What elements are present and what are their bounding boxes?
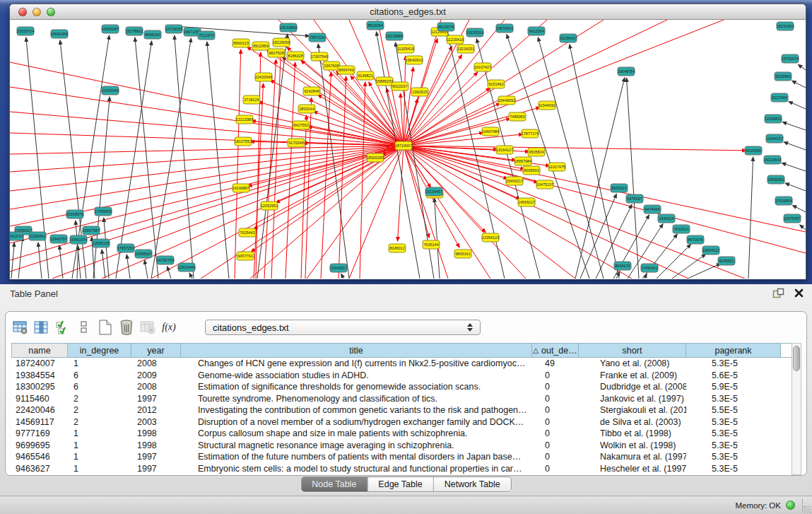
column-header-in_degree[interactable]: in_degree — [68, 344, 131, 357]
graph-node[interactable]: 11156862 — [29, 232, 46, 240]
graph-node[interactable]: 10958167 — [135, 250, 152, 258]
graph-node[interactable]: 15451974 — [70, 235, 87, 244]
table-row[interactable]: 946362711997Embryonic stem cells: a mode… — [11, 463, 792, 475]
function-builder-button[interactable]: f(x) — [160, 318, 178, 337]
graph-node[interactable]: 18226058 — [273, 38, 290, 47]
table-row[interactable]: 946554611997Estimation of the future num… — [11, 451, 792, 463]
graph-node[interactable]: 9505824 — [528, 148, 545, 156]
graph-node[interactable]: 7512374 — [198, 31, 215, 40]
graph-node[interactable]: 18724007 — [395, 141, 412, 150]
graph-node[interactable]: 10832641 — [496, 24, 513, 33]
graph-node[interactable]: 20691406 — [51, 30, 68, 38]
graph-node[interactable]: 17307546 — [311, 52, 328, 61]
column-header-out_degree[interactable]: △out_de… — [532, 344, 579, 357]
graph-node[interactable]: 15493217 — [506, 177, 523, 185]
column-header-title[interactable]: title — [181, 344, 532, 357]
graph-node[interactable]: 9151462 — [488, 80, 505, 88]
graph-node[interactable]: 20206576 — [66, 210, 83, 218]
table-selector-dropdown[interactable]: citations_edges.txt — [205, 320, 481, 335]
graph-node[interactable]: 16210643 — [764, 156, 781, 164]
window-titlebar[interactable]: citations_edges.txt — [10, 4, 806, 20]
table-row[interactable]: 1938455462009Genome-wide association stu… — [11, 370, 792, 382]
graph-node[interactable]: 18300295 — [367, 153, 384, 162]
graph-node[interactable]: 15640910 — [406, 56, 423, 64]
tab-node-table[interactable]: Node Table — [301, 477, 367, 491]
graph-node[interactable]: 7632621 — [673, 225, 690, 233]
graph-node[interactable]: 16033809 — [280, 23, 297, 32]
graph-node[interactable]: 9827508 — [268, 49, 285, 57]
graph-node[interactable]: 8245012 — [389, 244, 406, 252]
graph-node[interactable]: 10654112 — [702, 246, 719, 255]
graph-node[interactable]: 19155314 — [466, 28, 483, 37]
graph-node[interactable]: 10475137 — [536, 180, 553, 189]
graph-node[interactable]: 7485083 — [509, 112, 526, 121]
table-scrollbar-thumb[interactable] — [793, 346, 800, 371]
close-panel-icon[interactable] — [794, 288, 804, 298]
graph-node[interactable]: 12505135 — [93, 239, 110, 247]
graph-node[interactable]: 2935114 — [658, 214, 675, 223]
graph-node[interactable]: 8466160 — [144, 30, 161, 39]
graph-node[interactable]: 10342517 — [330, 264, 347, 272]
graph-node[interactable]: 19218986 — [386, 32, 403, 40]
table-scrollbar[interactable] — [792, 343, 801, 475]
graph-node[interactable]: 8454749 — [338, 66, 355, 74]
graph-node[interactable]: 11325419 — [397, 45, 414, 53]
graph-node[interactable]: 10467489 — [482, 127, 499, 136]
graph-node[interactable]: 8471676 — [687, 235, 704, 244]
column-header-short[interactable]: short — [579, 344, 686, 357]
graph-node[interactable]: 17450412 — [641, 264, 658, 272]
table-settings-button[interactable] — [11, 318, 30, 337]
graph-node[interactable]: 8215958 — [745, 146, 762, 155]
graph-node[interactable]: 10653287 — [102, 25, 119, 33]
graph-node[interactable]: 14569117 — [518, 198, 535, 206]
table-row[interactable]: 977716911998Corpus callosum shape and si… — [11, 428, 792, 440]
tab-edge-table[interactable]: Edge Table — [367, 477, 433, 491]
graph-node[interactable]: 12052951 — [261, 201, 278, 210]
graph-node[interactable]: 20553724 — [17, 27, 34, 35]
graph-node[interactable]: 18957984 — [514, 157, 531, 165]
graph-node[interactable]: 9457791 — [237, 252, 254, 260]
graph-node[interactable]: 9170048 — [288, 139, 305, 147]
table-row[interactable]: 911546021997Tourette syndrome. Phenomeno… — [11, 393, 792, 405]
graph-node[interactable]: 2803144 — [298, 105, 315, 113]
graph-node[interactable]: 12354123 — [482, 233, 499, 242]
graph-node[interactable]: 7625442 — [239, 228, 256, 237]
graph-node[interactable]: 16648784 — [618, 67, 635, 76]
graph-node[interactable]: 15449092 — [498, 96, 515, 105]
graph-node[interactable]: 18107553 — [235, 137, 252, 146]
graph-node[interactable]: 1362615 — [411, 88, 428, 96]
graph-node[interactable]: 15751074 — [782, 54, 799, 63]
graph-node[interactable]: 9805161 — [454, 250, 471, 258]
graph-node[interactable]: 10997587 — [83, 226, 100, 235]
graph-node[interactable]: 8427552 — [293, 121, 310, 129]
graph-node[interactable]: 12444157 — [766, 134, 783, 143]
graph-node[interactable]: 8953923 — [611, 184, 628, 192]
row-height-button[interactable] — [75, 318, 93, 337]
new-table-button[interactable] — [96, 318, 114, 337]
graph-node[interactable]: 10719155 — [165, 25, 182, 33]
graph-node[interactable]: 9474444 — [644, 205, 661, 214]
delete-rows-button[interactable] — [117, 318, 136, 337]
table-row[interactable]: 2242004622012Investigating the contribut… — [11, 404, 792, 416]
tab-network-table[interactable]: Network Table — [433, 477, 511, 491]
graph-node[interactable]: 8934170 — [614, 262, 631, 270]
graph-node[interactable]: 8099593 — [523, 166, 540, 175]
graph-node[interactable]: 11675357 — [784, 214, 801, 223]
table-row[interactable]: 1456911722003Disruption of a novel membe… — [11, 416, 792, 428]
network-canvas[interactable]: 1872400789601238912959182260589827508818… — [10, 20, 806, 279]
graph-node[interactable]: 15278602 — [126, 27, 143, 35]
graph-node[interactable]: 21053346 — [102, 86, 119, 95]
graph-node[interactable]: 7635144 — [423, 240, 440, 249]
float-panel-icon[interactable] — [772, 288, 784, 298]
graph-node[interactable]: 11215419 — [447, 35, 464, 44]
column-header-pagerank[interactable]: pagerank — [686, 344, 781, 357]
graph-node[interactable]: 11544091 — [539, 101, 555, 110]
graph-node[interactable]: 9242848 — [303, 87, 320, 95]
graph-node[interactable]: 15885209 — [376, 77, 393, 86]
graph-node[interactable]: 18231404 — [777, 22, 794, 30]
graph-node[interactable]: 13913723 — [10, 232, 23, 240]
table-row[interactable]: 1872400712008Changes of HCN gene express… — [11, 358, 792, 370]
graph-node[interactable]: 8186328 — [287, 52, 304, 60]
graph-node[interactable]: 17957253 — [117, 244, 134, 252]
graph-node[interactable]: 8912959 — [252, 42, 269, 50]
